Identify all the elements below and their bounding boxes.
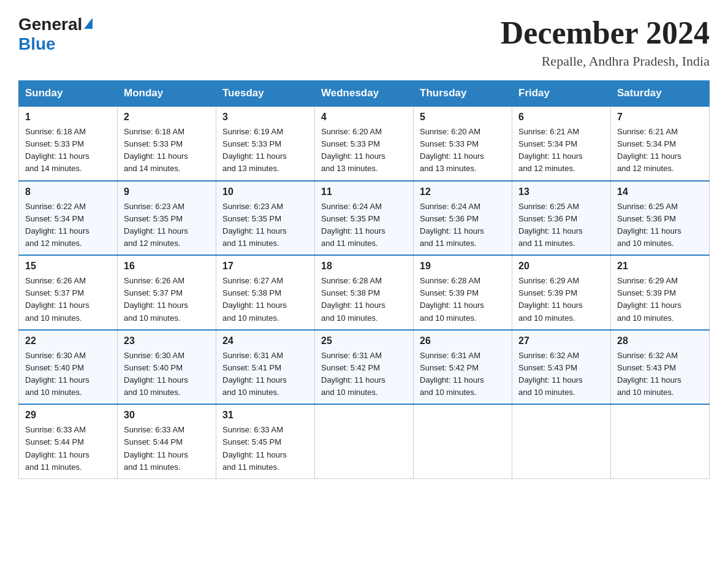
day-info: Sunrise: 6:25 AM Sunset: 5:36 PM Dayligh… <box>617 201 703 250</box>
calendar-cell: 8 Sunrise: 6:22 AM Sunset: 5:34 PM Dayli… <box>19 181 118 256</box>
day-number: 27 <box>518 335 604 347</box>
calendar-table: Sunday Monday Tuesday Wednesday Thursday… <box>18 80 710 479</box>
calendar-cell: 14 Sunrise: 6:25 AM Sunset: 5:36 PM Dayl… <box>611 181 710 256</box>
calendar-cell: 23 Sunrise: 6:30 AM Sunset: 5:40 PM Dayl… <box>118 330 216 405</box>
day-number: 26 <box>420 335 506 347</box>
day-number: 7 <box>617 112 703 123</box>
day-number: 19 <box>420 261 506 272</box>
calendar-cell: 26 Sunrise: 6:31 AM Sunset: 5:42 PM Dayl… <box>414 330 512 405</box>
calendar-cell: 17 Sunrise: 6:27 AM Sunset: 5:38 PM Dayl… <box>216 255 315 330</box>
day-number: 10 <box>222 186 308 197</box>
day-number: 9 <box>124 186 210 197</box>
day-number: 20 <box>518 261 604 272</box>
day-info: Sunrise: 6:23 AM Sunset: 5:35 PM Dayligh… <box>222 201 308 250</box>
calendar-cell: 21 Sunrise: 6:29 AM Sunset: 5:39 PM Dayl… <box>611 255 710 330</box>
calendar-cell: 29 Sunrise: 6:33 AM Sunset: 5:44 PM Dayl… <box>19 404 118 478</box>
day-number: 12 <box>420 186 506 197</box>
day-info: Sunrise: 6:28 AM Sunset: 5:38 PM Dayligh… <box>321 275 407 324</box>
calendar-cell: 28 Sunrise: 6:32 AM Sunset: 5:43 PM Dayl… <box>611 330 710 405</box>
day-info: Sunrise: 6:27 AM Sunset: 5:38 PM Dayligh… <box>222 275 308 324</box>
day-info: Sunrise: 6:30 AM Sunset: 5:40 PM Dayligh… <box>124 350 210 399</box>
calendar-cell: 20 Sunrise: 6:29 AM Sunset: 5:39 PM Dayl… <box>512 255 611 330</box>
calendar-cell: 6 Sunrise: 6:21 AM Sunset: 5:34 PM Dayli… <box>512 106 611 181</box>
col-tuesday: Tuesday <box>216 81 315 107</box>
calendar-cell: 27 Sunrise: 6:32 AM Sunset: 5:43 PM Dayl… <box>512 330 611 405</box>
col-thursday: Thursday <box>414 81 512 107</box>
day-number: 8 <box>25 186 111 197</box>
day-number: 11 <box>321 186 407 197</box>
day-number: 1 <box>25 112 111 123</box>
calendar-cell: 12 Sunrise: 6:24 AM Sunset: 5:36 PM Dayl… <box>414 181 512 256</box>
calendar-cell <box>414 404 512 478</box>
day-number: 28 <box>617 335 703 347</box>
day-number: 31 <box>222 410 308 421</box>
day-info: Sunrise: 6:26 AM Sunset: 5:37 PM Dayligh… <box>25 275 111 324</box>
calendar-cell: 13 Sunrise: 6:25 AM Sunset: 5:36 PM Dayl… <box>512 181 611 256</box>
calendar-cell: 18 Sunrise: 6:28 AM Sunset: 5:38 PM Dayl… <box>315 255 414 330</box>
day-number: 4 <box>321 112 407 123</box>
day-number: 13 <box>518 186 604 197</box>
logo: General Blue <box>18 15 93 54</box>
col-saturday: Saturday <box>611 81 710 107</box>
day-number: 25 <box>321 335 407 347</box>
calendar-cell: 3 Sunrise: 6:19 AM Sunset: 5:33 PM Dayli… <box>216 106 315 181</box>
day-number: 16 <box>124 261 210 272</box>
logo-blue-text: Blue <box>18 34 56 54</box>
calendar-cell <box>315 404 414 478</box>
calendar-cell: 16 Sunrise: 6:26 AM Sunset: 5:37 PM Dayl… <box>118 255 216 330</box>
day-info: Sunrise: 6:18 AM Sunset: 5:33 PM Dayligh… <box>25 126 111 175</box>
calendar-cell: 1 Sunrise: 6:18 AM Sunset: 5:33 PM Dayli… <box>19 106 118 181</box>
calendar-week-row: 22 Sunrise: 6:30 AM Sunset: 5:40 PM Dayl… <box>19 330 710 405</box>
calendar-cell: 10 Sunrise: 6:23 AM Sunset: 5:35 PM Dayl… <box>216 181 315 256</box>
calendar-cell: 9 Sunrise: 6:23 AM Sunset: 5:35 PM Dayli… <box>118 181 216 256</box>
day-info: Sunrise: 6:30 AM Sunset: 5:40 PM Dayligh… <box>25 350 111 399</box>
day-number: 3 <box>222 112 308 123</box>
calendar-cell: 4 Sunrise: 6:20 AM Sunset: 5:33 PM Dayli… <box>315 106 414 181</box>
calendar-cell: 30 Sunrise: 6:33 AM Sunset: 5:44 PM Dayl… <box>118 404 216 478</box>
day-info: Sunrise: 6:31 AM Sunset: 5:42 PM Dayligh… <box>420 350 506 399</box>
col-monday: Monday <box>118 81 216 107</box>
day-info: Sunrise: 6:18 AM Sunset: 5:33 PM Dayligh… <box>124 126 210 175</box>
day-number: 18 <box>321 261 407 272</box>
day-info: Sunrise: 6:28 AM Sunset: 5:39 PM Dayligh… <box>420 275 506 324</box>
col-friday: Friday <box>512 81 611 107</box>
day-number: 21 <box>617 261 703 272</box>
day-number: 14 <box>617 186 703 197</box>
day-number: 24 <box>222 335 308 347</box>
page-title: December 2024 <box>501 15 710 51</box>
page-header: General Blue December 2024 Repalle, Andh… <box>18 15 710 69</box>
calendar-cell: 22 Sunrise: 6:30 AM Sunset: 5:40 PM Dayl… <box>19 330 118 405</box>
calendar-cell <box>611 404 710 478</box>
calendar-cell: 24 Sunrise: 6:31 AM Sunset: 5:41 PM Dayl… <box>216 330 315 405</box>
day-info: Sunrise: 6:29 AM Sunset: 5:39 PM Dayligh… <box>518 275 604 324</box>
day-info: Sunrise: 6:25 AM Sunset: 5:36 PM Dayligh… <box>518 201 604 250</box>
day-info: Sunrise: 6:19 AM Sunset: 5:33 PM Dayligh… <box>222 126 308 175</box>
day-info: Sunrise: 6:33 AM Sunset: 5:45 PM Dayligh… <box>222 424 308 473</box>
day-number: 23 <box>124 335 210 347</box>
day-info: Sunrise: 6:31 AM Sunset: 5:42 PM Dayligh… <box>321 350 407 399</box>
day-number: 6 <box>518 112 604 123</box>
day-info: Sunrise: 6:24 AM Sunset: 5:36 PM Dayligh… <box>420 201 506 250</box>
day-info: Sunrise: 6:21 AM Sunset: 5:34 PM Dayligh… <box>518 126 604 175</box>
day-info: Sunrise: 6:20 AM Sunset: 5:33 PM Dayligh… <box>420 126 506 175</box>
day-info: Sunrise: 6:23 AM Sunset: 5:35 PM Dayligh… <box>124 201 210 250</box>
day-number: 22 <box>25 335 111 347</box>
day-info: Sunrise: 6:24 AM Sunset: 5:35 PM Dayligh… <box>321 201 407 250</box>
calendar-cell: 19 Sunrise: 6:28 AM Sunset: 5:39 PM Dayl… <box>414 255 512 330</box>
calendar-cell: 31 Sunrise: 6:33 AM Sunset: 5:45 PM Dayl… <box>216 404 315 478</box>
calendar-week-row: 8 Sunrise: 6:22 AM Sunset: 5:34 PM Dayli… <box>19 181 710 256</box>
day-info: Sunrise: 6:20 AM Sunset: 5:33 PM Dayligh… <box>321 126 407 175</box>
day-info: Sunrise: 6:32 AM Sunset: 5:43 PM Dayligh… <box>617 350 703 399</box>
day-number: 2 <box>124 112 210 123</box>
calendar-cell: 25 Sunrise: 6:31 AM Sunset: 5:42 PM Dayl… <box>315 330 414 405</box>
calendar-cell: 11 Sunrise: 6:24 AM Sunset: 5:35 PM Dayl… <box>315 181 414 256</box>
col-sunday: Sunday <box>19 81 118 107</box>
calendar-cell: 7 Sunrise: 6:21 AM Sunset: 5:34 PM Dayli… <box>611 106 710 181</box>
calendar-cell <box>512 404 611 478</box>
calendar-week-row: 1 Sunrise: 6:18 AM Sunset: 5:33 PM Dayli… <box>19 106 710 181</box>
calendar-cell: 5 Sunrise: 6:20 AM Sunset: 5:33 PM Dayli… <box>414 106 512 181</box>
logo-triangle-icon <box>84 18 93 29</box>
logo-general-text: General <box>18 15 82 34</box>
calendar-week-row: 29 Sunrise: 6:33 AM Sunset: 5:44 PM Dayl… <box>19 404 710 478</box>
day-info: Sunrise: 6:29 AM Sunset: 5:39 PM Dayligh… <box>617 275 703 324</box>
